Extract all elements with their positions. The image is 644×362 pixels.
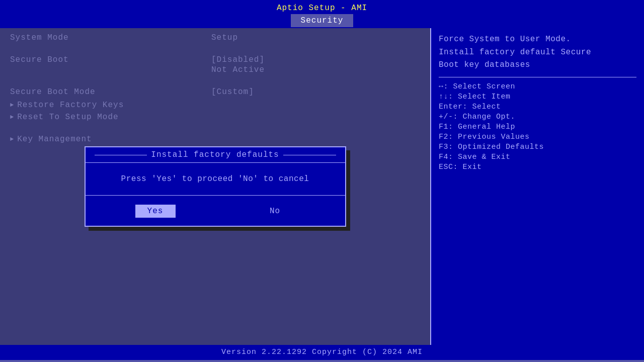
yes-button[interactable]: Yes [135, 205, 176, 218]
right-panel: Force System to User Mode. Install facto… [430, 28, 644, 345]
modal-dialog: Install factory defaults Press 'Yes' to … [85, 146, 346, 227]
modal-body: Press 'Yes' to proceed 'No' to cancel [86, 163, 345, 190]
header-title: Aptio Setup - AMI [0, 2, 644, 14]
modal-wrapper: Install factory defaults Press 'Yes' to … [85, 146, 346, 227]
help-text: Force System to User Mode. Install facto… [439, 33, 636, 72]
key-f4: F4: Save & Exit [439, 153, 636, 161]
key-f1: F1: General Help [439, 123, 636, 131]
footer: Version 2.22.1292 Copyright (C) 2024 AMI [0, 345, 644, 360]
help-line-3: Boot key databases [439, 59, 636, 72]
key-f3: F3: Optimized Defaults [439, 143, 636, 151]
header: Aptio Setup - AMI Security [0, 0, 644, 28]
key-change-opt: +/-: Change Opt. [439, 113, 636, 121]
main-content: System Mode Setup Secure Boot [Disabled]… [0, 28, 644, 345]
header-subtitle: Security [291, 14, 354, 27]
keys-section: ↔: Select Screen ↑↓: Select Item Enter: … [439, 82, 636, 171]
right-panel-divider [439, 77, 636, 77]
footer-text: Version 2.22.1292 Copyright (C) 2024 AMI [221, 348, 423, 356]
modal-overlay: Install factory defaults Press 'Yes' to … [0, 28, 430, 345]
key-select-screen: ↔: Select Screen [439, 82, 636, 91]
help-line-2: Install factory default Secure [439, 46, 636, 59]
key-enter: Enter: Select [439, 103, 636, 111]
modal-divider [86, 195, 345, 196]
key-esc: ESC: Exit [439, 163, 636, 171]
modal-buttons: Yes No [86, 201, 345, 223]
key-select-item: ↑↓: Select Item [439, 93, 636, 101]
left-panel: System Mode Setup Secure Boot [Disabled]… [0, 28, 430, 345]
help-line-1: Force System to User Mode. [439, 33, 636, 46]
no-button[interactable]: No [255, 205, 295, 218]
key-f2: F2: Previous Values [439, 133, 636, 141]
modal-title: Install factory defaults [86, 147, 345, 163]
